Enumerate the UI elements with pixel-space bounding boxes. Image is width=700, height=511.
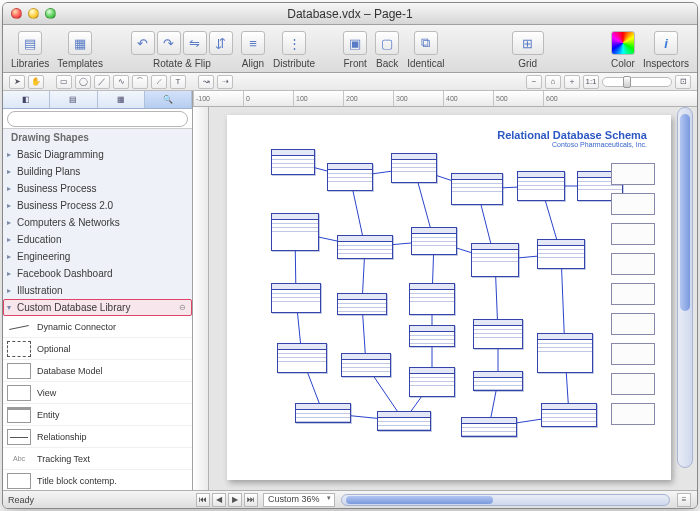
- flip-h-button[interactable]: ⇋: [183, 31, 207, 55]
- entity-box[interactable]: [451, 173, 503, 205]
- align-button[interactable]: ≡: [241, 31, 265, 55]
- entity-box[interactable]: [391, 153, 437, 183]
- templates-button[interactable]: ▦: [68, 31, 92, 55]
- entity-box[interactable]: [461, 417, 517, 437]
- entity-box[interactable]: [327, 163, 373, 191]
- text-tool-icon[interactable]: T: [170, 75, 186, 89]
- zoom-slider[interactable]: [602, 77, 672, 87]
- connector-tool-icon[interactable]: ↝: [198, 75, 214, 89]
- line-tool-icon[interactable]: ／: [94, 75, 110, 89]
- library-category[interactable]: Business Process 2.0: [3, 197, 192, 214]
- note-box[interactable]: [611, 343, 655, 365]
- note-box[interactable]: [611, 163, 655, 185]
- minimize-icon[interactable]: [28, 8, 39, 19]
- entity-box[interactable]: [337, 235, 393, 259]
- entity-box[interactable]: [517, 171, 565, 201]
- page-last-button[interactable]: ⏭: [244, 493, 258, 507]
- stencil-item[interactable]: Dynamic Connector: [3, 316, 192, 338]
- page-menu-button[interactable]: ≡: [677, 493, 691, 507]
- back-button[interactable]: ▢: [375, 31, 399, 55]
- diagram[interactable]: [241, 143, 657, 458]
- library-tab-search[interactable]: 🔍: [145, 91, 192, 108]
- note-box[interactable]: [611, 193, 655, 215]
- entity-box[interactable]: [409, 325, 455, 347]
- zoom-dropdown[interactable]: Custom 36%: [263, 493, 335, 507]
- page-first-button[interactable]: ⏮: [196, 493, 210, 507]
- rotate-right-button[interactable]: ↷: [157, 31, 181, 55]
- identical-button[interactable]: ⧉: [414, 31, 438, 55]
- note-box[interactable]: [611, 403, 655, 425]
- zoom-actual-icon[interactable]: 1:1: [583, 75, 599, 89]
- zoom-icon[interactable]: [45, 8, 56, 19]
- close-icon[interactable]: [11, 8, 22, 19]
- page[interactable]: Relational Database Schema Contoso Pharm…: [227, 115, 671, 480]
- note-box[interactable]: [611, 313, 655, 335]
- entity-box[interactable]: [473, 319, 523, 349]
- entity-box[interactable]: [337, 293, 387, 315]
- entity-box[interactable]: [271, 213, 319, 251]
- entity-box[interactable]: [541, 403, 597, 427]
- flip-v-button[interactable]: ⇵: [209, 31, 233, 55]
- entity-box[interactable]: [537, 333, 593, 373]
- entity-box[interactable]: [409, 367, 455, 397]
- stencil-item[interactable]: Database Model: [3, 360, 192, 382]
- snap-icon[interactable]: ⊡: [675, 75, 691, 89]
- smart-connector-icon[interactable]: ⇢: [217, 75, 233, 89]
- stencil-item[interactable]: Entity: [3, 404, 192, 426]
- library-tab-2[interactable]: ▤: [50, 91, 97, 108]
- stencil-item[interactable]: View: [3, 382, 192, 404]
- polyline-tool-icon[interactable]: ⟋: [151, 75, 167, 89]
- zoom-fit-icon[interactable]: ⌂: [545, 75, 561, 89]
- entity-box[interactable]: [341, 353, 391, 377]
- library-category[interactable]: Basic Diagramming: [3, 146, 192, 163]
- note-box[interactable]: [611, 283, 655, 305]
- library-category[interactable]: Business Process: [3, 180, 192, 197]
- page-next-button[interactable]: ▶: [228, 493, 242, 507]
- entity-box[interactable]: [377, 411, 431, 431]
- entity-box[interactable]: [277, 343, 327, 373]
- arc-tool-icon[interactable]: ⌒: [132, 75, 148, 89]
- color-button[interactable]: [611, 31, 635, 55]
- stencil-item[interactable]: Relationship: [3, 426, 192, 448]
- grid-button[interactable]: ⊞: [512, 31, 544, 55]
- stencil-item[interactable]: Optional: [3, 338, 192, 360]
- library-category[interactable]: Building Plans: [3, 163, 192, 180]
- library-category[interactable]: Computers & Networks: [3, 214, 192, 231]
- hand-tool-icon[interactable]: ✋: [28, 75, 44, 89]
- rect-tool-icon[interactable]: ▭: [56, 75, 72, 89]
- library-category[interactable]: Engineering: [3, 248, 192, 265]
- entity-box[interactable]: [271, 149, 315, 175]
- entity-box[interactable]: [411, 227, 457, 255]
- note-box[interactable]: [611, 253, 655, 275]
- entity-box[interactable]: [471, 243, 519, 277]
- rotate-left-button[interactable]: ↶: [131, 31, 155, 55]
- library-category-selected[interactable]: Custom Database Library ⊖: [3, 299, 192, 316]
- ellipse-tool-icon[interactable]: ◯: [75, 75, 91, 89]
- page-prev-button[interactable]: ◀: [212, 493, 226, 507]
- entity-box[interactable]: [271, 283, 321, 313]
- library-category[interactable]: Facebook Dashboard: [3, 265, 192, 282]
- horizontal-scrollbar[interactable]: [341, 494, 670, 506]
- curve-tool-icon[interactable]: ∿: [113, 75, 129, 89]
- pointer-tool-icon[interactable]: ➤: [9, 75, 25, 89]
- entity-box[interactable]: [295, 403, 351, 423]
- front-button[interactable]: ▣: [343, 31, 367, 55]
- entity-box[interactable]: [537, 239, 585, 269]
- libraries-button[interactable]: ▤: [18, 31, 42, 55]
- library-search-input[interactable]: [7, 111, 188, 127]
- stencil-item[interactable]: AbcTracking Text: [3, 448, 192, 470]
- library-category[interactable]: Illustration: [3, 282, 192, 299]
- inspectors-button[interactable]: i: [654, 31, 678, 55]
- stencil-item[interactable]: Title block contemp.: [3, 470, 192, 490]
- vertical-scrollbar[interactable]: [677, 107, 693, 468]
- zoom-in-icon[interactable]: ＋: [564, 75, 580, 89]
- entity-box[interactable]: [473, 371, 523, 391]
- library-tab-1[interactable]: ◧: [3, 91, 50, 108]
- note-box[interactable]: [611, 373, 655, 395]
- canvas[interactable]: Relational Database Schema Contoso Pharm…: [209, 107, 697, 490]
- zoom-out-icon[interactable]: −: [526, 75, 542, 89]
- library-category[interactable]: Education: [3, 231, 192, 248]
- library-tab-3[interactable]: ▦: [98, 91, 145, 108]
- distribute-button[interactable]: ⋮: [282, 31, 306, 55]
- note-box[interactable]: [611, 223, 655, 245]
